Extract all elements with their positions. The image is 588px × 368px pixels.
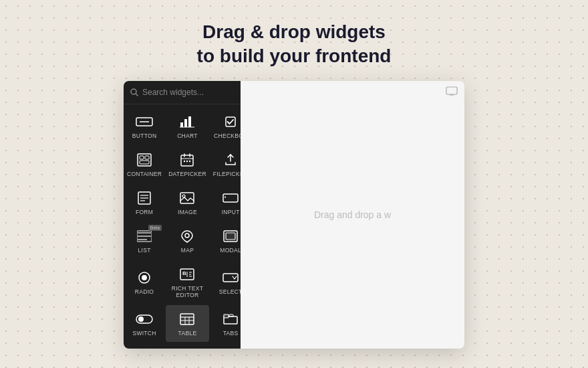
rich-text-editor-icon: B <box>178 267 196 282</box>
svg-line-1 <box>136 94 138 96</box>
svg-point-18 <box>186 161 188 162</box>
radio-icon <box>135 270 154 285</box>
search-bar <box>124 81 241 104</box>
svg-rect-58 <box>446 87 457 94</box>
widget-item-tabs[interactable]: TABS <box>210 305 241 342</box>
widget-item-text[interactable]: TTEXT <box>124 343 164 349</box>
widget-item-datepicker[interactable]: DATEPICKER <box>166 146 209 183</box>
widget-grid: BUTTONCHARTCHECKBOXCONTAINERDATEPICKERFI… <box>124 104 241 349</box>
svg-rect-5 <box>184 119 187 127</box>
widget-label-list: LIST <box>138 247 150 254</box>
widget-label-input: INPUT <box>222 209 240 215</box>
widget-item-button[interactable]: BUTTON <box>124 108 164 145</box>
checkbox-icon <box>221 114 240 129</box>
headline-text: Drag & drop widgets to build your fronte… <box>197 20 392 69</box>
image-icon <box>178 191 196 205</box>
map-icon <box>178 229 196 244</box>
svg-point-36 <box>142 275 147 280</box>
widget-item-rich-text-editor[interactable]: BRICH TEXT EDITOR <box>166 260 209 304</box>
widget-label-rich-text-editor: RICH TEXT EDITOR <box>168 285 206 298</box>
tabs-icon <box>221 312 240 327</box>
chart-icon <box>178 114 196 129</box>
svg-point-32 <box>185 234 189 238</box>
search-input[interactable] <box>142 88 234 97</box>
svg-rect-52 <box>224 314 229 318</box>
widget-label-filepicker: FILEPICKER <box>213 171 241 177</box>
datepicker-icon <box>178 153 196 167</box>
svg-rect-11 <box>145 156 149 159</box>
filepicker-icon <box>221 153 240 167</box>
widget-label-radio: RADIO <box>135 288 154 295</box>
widget-label-chart: CHART <box>177 132 198 139</box>
svg-rect-12 <box>140 161 149 164</box>
widget-label-checkbox: CHECKBOX <box>214 132 241 139</box>
switch-icon <box>135 312 154 327</box>
svg-text:B: B <box>182 270 186 276</box>
widget-item-container[interactable]: CONTAINER <box>124 146 164 183</box>
widget-label-table: TABLE <box>178 330 197 337</box>
beta-badge: Beta <box>148 225 162 231</box>
widget-label-switch: SWITCH <box>132 330 156 337</box>
svg-rect-4 <box>180 122 183 127</box>
input-icon <box>221 191 240 205</box>
svg-point-19 <box>189 161 190 162</box>
widget-item-filepicker[interactable]: FILEPICKER <box>210 146 241 183</box>
button-icon <box>135 114 154 129</box>
svg-rect-24 <box>180 193 194 203</box>
list-icon <box>135 229 154 244</box>
drop-hint: Drag and drop a w <box>314 209 391 220</box>
widget-item-input[interactable]: INPUT <box>210 184 241 221</box>
table-icon <box>178 312 196 327</box>
widget-item-radio[interactable]: RADIO <box>124 260 164 304</box>
widget-item-switch[interactable]: SWITCH <box>124 305 164 342</box>
widget-item-form[interactable]: FORM <box>124 184 164 221</box>
widget-item-map[interactable]: MAP <box>166 222 209 259</box>
widget-label-form: FORM <box>136 209 153 215</box>
monitor-icon <box>446 86 458 96</box>
widget-label-container: CONTAINER <box>127 171 162 177</box>
widget-label-image: IMAGE <box>178 209 197 215</box>
widget-label-map: MAP <box>181 247 194 254</box>
select-icon <box>221 270 240 285</box>
app-window: BUTTONCHARTCHECKBOXCONTAINERDATEPICKERFI… <box>124 81 464 349</box>
search-icon <box>130 88 138 96</box>
widget-item-modal[interactable]: MODAL <box>210 222 241 259</box>
main-canvas[interactable]: Drag and drop a w <box>241 81 464 349</box>
svg-rect-10 <box>140 156 144 159</box>
widget-item-select[interactable]: SELECT <box>210 260 241 304</box>
widget-label-tabs: TABS <box>223 330 239 337</box>
widget-item-image[interactable]: IMAGE <box>166 184 209 221</box>
container-icon <box>135 153 154 167</box>
svg-rect-34 <box>226 233 235 240</box>
widget-item-chart[interactable]: CHART <box>166 108 209 145</box>
svg-point-25 <box>182 195 185 197</box>
widget-label-button: BUTTON <box>132 132 157 139</box>
svg-point-0 <box>131 89 136 94</box>
svg-point-17 <box>184 161 185 162</box>
sidebar: BUTTONCHARTCHECKBOXCONTAINERDATEPICKERFI… <box>124 81 241 349</box>
headline: Drag & drop widgets to build your fronte… <box>197 20 392 69</box>
widget-label-select: SELECT <box>219 288 241 295</box>
form-icon <box>135 191 154 205</box>
svg-point-45 <box>138 316 144 322</box>
widget-item-table[interactable]: TABLE <box>166 305 209 342</box>
widget-label-datepicker: DATEPICKER <box>168 171 206 177</box>
widget-item-list[interactable]: BetaLIST <box>124 222 164 259</box>
svg-rect-53 <box>229 314 233 316</box>
svg-rect-6 <box>188 116 191 127</box>
widget-label-modal: MODAL <box>220 247 241 254</box>
modal-icon <box>221 229 240 244</box>
svg-rect-46 <box>180 314 194 325</box>
widget-item-checkbox[interactable]: CHECKBOX <box>210 108 241 145</box>
widget-item-video[interactable]: VIDEO <box>166 343 209 349</box>
